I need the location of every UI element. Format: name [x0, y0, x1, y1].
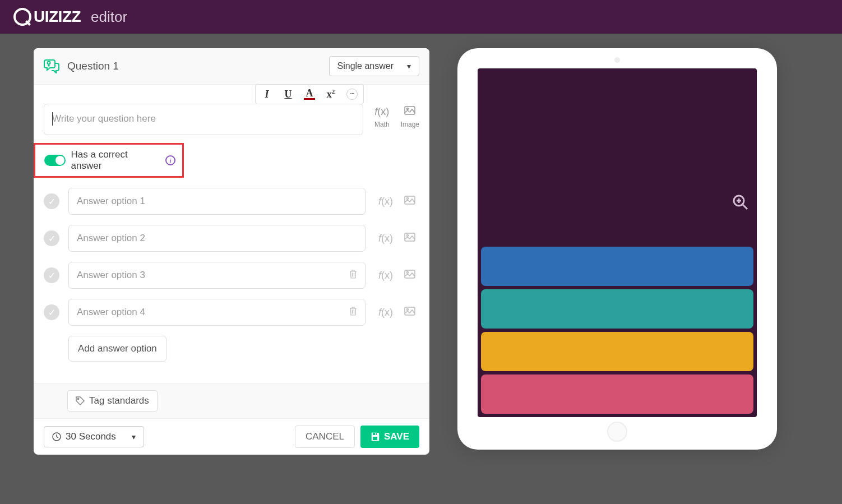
correct-answer-row: Has a correct answer i [34, 143, 184, 178]
correct-check[interactable]: ✓ [44, 230, 59, 246]
preview-question-area [478, 68, 757, 243]
tag-standards-button[interactable]: Tag standards [67, 390, 158, 411]
tag-row: Tag standards [34, 383, 429, 418]
answer-input[interactable]: Answer option 1 [68, 188, 366, 215]
math-icon[interactable]: f(x) [378, 307, 393, 318]
more-formatting-button[interactable]: ··· [346, 89, 358, 100]
time-label: 30 Seconds [66, 431, 116, 442]
image-icon[interactable] [404, 270, 415, 281]
answer-row: ✓ Answer option 3 f(x) [44, 262, 419, 289]
card-header: Question 1 Single answer [34, 48, 429, 85]
correct-check[interactable]: ✓ [44, 193, 59, 209]
image-helper[interactable]: Image [401, 106, 419, 128]
cancel-button[interactable]: CANCEL [295, 426, 355, 448]
logo-text: UIZIZZ [34, 8, 81, 26]
image-icon[interactable] [404, 307, 415, 318]
format-toolbar: I U A x2 ··· [255, 84, 364, 104]
preview-answer-4 [481, 374, 753, 414]
svg-point-5 [407, 198, 409, 200]
image-label: Image [401, 121, 419, 128]
correct-check[interactable]: ✓ [44, 267, 59, 283]
svg-point-12 [77, 398, 78, 399]
answer-placeholder: Answer option 1 [77, 196, 145, 207]
question-placeholder: Write your question here [52, 113, 156, 124]
save-label: SAVE [384, 431, 409, 442]
question-number: Question 1 [67, 60, 119, 72]
svg-rect-16 [375, 433, 376, 435]
image-icon[interactable] [404, 196, 415, 207]
preview-answer-2 [481, 289, 753, 329]
question-icon [44, 59, 59, 73]
answer-placeholder: Answer option 2 [77, 233, 145, 244]
correct-check[interactable]: ✓ [44, 304, 59, 320]
image-icon[interactable] [404, 233, 415, 244]
delete-icon[interactable] [349, 307, 357, 318]
editor-card: Question 1 Single answer I U A x2 ··· Wr… [34, 48, 429, 455]
logo: UIZIZZ [13, 8, 81, 26]
answer-row: ✓ Answer option 4 f(x) [44, 299, 419, 326]
superscript-button[interactable]: x2 [325, 88, 336, 100]
preview-answer-3 [481, 332, 753, 371]
math-icon: f(x) [374, 106, 389, 117]
image-icon [404, 106, 415, 117]
zoom-icon[interactable] [732, 194, 749, 211]
content: Question 1 Single answer I U A x2 ··· Wr… [0, 34, 842, 469]
tag-icon [76, 396, 85, 405]
answers-list: ✓ Answer option 1 f(x) ✓ Answer option [44, 188, 419, 326]
math-icon[interactable]: f(x) [378, 196, 393, 207]
add-answer-button[interactable]: Add answer option [68, 336, 166, 362]
math-helper[interactable]: f(x) Math [374, 106, 390, 128]
answer-input[interactable]: Answer option 4 [68, 299, 366, 326]
body-area: I U A x2 ··· Write your question here f(… [34, 85, 429, 372]
answer-row: ✓ Answer option 1 f(x) [44, 188, 419, 215]
save-icon [371, 432, 380, 441]
svg-point-9 [407, 272, 409, 274]
math-icon[interactable]: f(x) [378, 233, 393, 244]
preview-answer-1 [481, 247, 753, 286]
home-button [607, 422, 627, 442]
text-cursor [52, 112, 53, 126]
italic-button[interactable]: I [261, 89, 272, 100]
svg-point-7 [407, 235, 409, 237]
preview-screen [478, 68, 757, 417]
math-label: Math [374, 121, 390, 128]
svg-point-11 [407, 309, 409, 311]
camera-dot [614, 57, 620, 63]
answer-placeholder: Answer option 3 [77, 270, 145, 281]
info-icon[interactable]: i [165, 155, 175, 165]
logo-q-icon [13, 8, 31, 26]
svg-point-3 [407, 108, 409, 110]
topbar: UIZIZZ editor [0, 0, 842, 34]
text-color-button[interactable]: A [304, 89, 315, 99]
question-input[interactable]: Write your question here [44, 104, 363, 135]
answer-input[interactable]: Answer option 3 [68, 262, 366, 289]
svg-rect-17 [373, 437, 377, 440]
preview-answers [478, 243, 757, 417]
answer-placeholder: Answer option 4 [77, 307, 145, 318]
editor-label: editor [91, 8, 127, 26]
time-select[interactable]: 30 Seconds [44, 426, 144, 447]
math-icon[interactable]: f(x) [378, 270, 393, 281]
card-footer: 30 Seconds CANCEL SAVE [34, 418, 429, 455]
delete-icon[interactable] [349, 270, 357, 281]
correct-answer-label: Has a correct answer [71, 149, 160, 172]
underline-button[interactable]: U [283, 89, 294, 100]
correct-answer-toggle[interactable] [44, 155, 66, 166]
answer-row: ✓ Answer option 2 f(x) [44, 225, 419, 252]
answer-type-label: Single answer [337, 61, 394, 71]
answer-input[interactable]: Answer option 2 [68, 225, 366, 252]
answer-type-select[interactable]: Single answer [329, 56, 420, 76]
svg-point-0 [48, 62, 50, 64]
tablet-preview [457, 48, 777, 450]
svg-point-1 [48, 65, 49, 66]
tag-label: Tag standards [89, 395, 149, 406]
clock-icon [52, 432, 61, 441]
save-button[interactable]: SAVE [360, 426, 419, 448]
